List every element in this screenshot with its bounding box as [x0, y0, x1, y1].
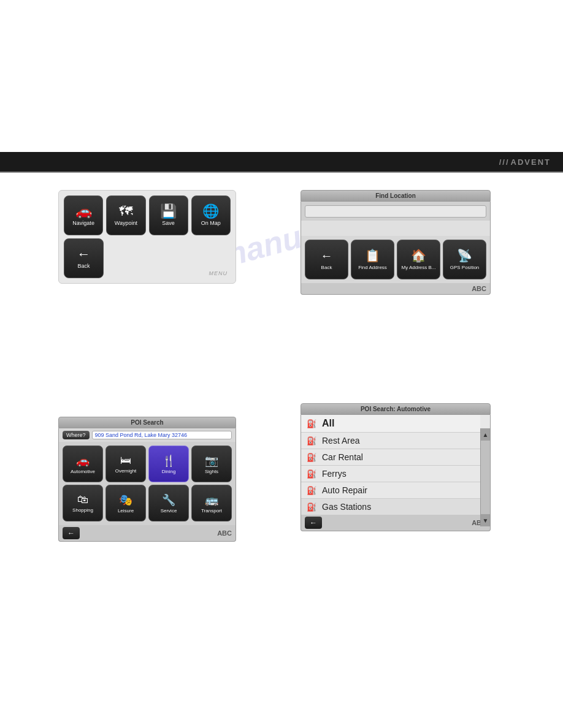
find-back-button[interactable]: ← Back: [305, 240, 348, 279]
poi-abc-label: ABC: [217, 529, 232, 537]
dining-icon: 🍴: [162, 454, 175, 468]
automotive-item-auto-repair[interactable]: ⛽ Auto Repair: [301, 482, 480, 499]
automotive-scrollbar: ▲ ▼: [480, 428, 490, 526]
on-map-button[interactable]: 🌐 On Map: [191, 195, 231, 235]
poi-bottom-row: ← ABC: [58, 525, 236, 542]
automotive-list: ⛽ All ⛽ Rest Area ⛽ Car Rental ⛽ Ferrys …: [301, 415, 491, 515]
shopping-icon: 🛍: [77, 493, 88, 506]
automotive-bottom-row: ← ABC: [301, 515, 491, 531]
automotive-item-rest-area[interactable]: ⛽ Rest Area: [301, 433, 480, 449]
all-icon: ⛽: [306, 419, 317, 428]
automotive-list-container: ⛽ All ⛽ Rest Area ⛽ Car Rental ⛽ Ferrys …: [301, 415, 491, 515]
my-address-icon: 🏠: [411, 248, 426, 263]
menu-label-container: MENU: [107, 238, 231, 278]
find-address-icon: 📋: [365, 248, 380, 263]
brand-slashes: ///: [499, 157, 510, 167]
service-icon: 🔧: [162, 493, 175, 507]
automotive-item-car-rental[interactable]: ⛽ Car Rental: [301, 449, 480, 466]
on-map-icon: 🌐: [202, 205, 219, 218]
poi-search-panel: POI Search Where? 909 Sand Pond Rd, Lake…: [58, 417, 236, 542]
save-icon: 💾: [160, 205, 177, 218]
find-abc-row: ABC: [301, 283, 491, 295]
automotive-item-gas-stations[interactable]: ⛽ Gas Stations: [301, 499, 480, 515]
poi-sights-button[interactable]: 📷 Sights: [191, 446, 232, 482]
nav-panel: 🚗 Navigate 🗺 Waypoint 💾 Save 🌐 On Map ← …: [58, 190, 236, 284]
back-icon: ←: [77, 248, 91, 261]
poi-dining-button[interactable]: 🍴 Dining: [148, 446, 189, 482]
automotive-panel: POI Search: Automotive ⛽ All ⛽ Rest Area…: [301, 403, 491, 531]
auto-repair-icon: ⛽: [306, 486, 317, 495]
poi-title: POI Search: [58, 417, 236, 428]
navigate-button[interactable]: 🚗 Navigate: [64, 195, 103, 235]
menu-label: MENU: [209, 270, 228, 276]
car-rental-icon: ⛽: [306, 453, 317, 462]
find-address-button[interactable]: 📋 Find Address: [351, 240, 394, 279]
poi-where-value: 909 Sand Pond Rd, Lake Mary 32746: [92, 431, 232, 439]
find-panel: Find Location ← Back 📋 Find Address 🏠 My…: [301, 190, 491, 295]
find-title: Find Location: [301, 190, 491, 202]
gps-icon: 📡: [457, 248, 472, 263]
poi-shopping-button[interactable]: 🛍 Shopping: [63, 485, 103, 521]
leisure-icon: 🎭: [119, 493, 132, 507]
poi-service-button[interactable]: 🔧 Service: [148, 485, 189, 521]
automotive-back-button[interactable]: ←: [305, 517, 322, 529]
scroll-up-button[interactable]: ▲: [481, 428, 490, 441]
poi-automotive-button[interactable]: 🚗 Automotive: [63, 446, 103, 482]
find-abc-label: ABC: [472, 285, 486, 292]
rest-area-icon: ⛽: [306, 436, 317, 446]
automotive-icon: 🚗: [76, 454, 90, 468]
header-bar: ///ADVENT: [0, 152, 563, 172]
back-button[interactable]: ← Back: [64, 238, 104, 278]
poi-overnight-button[interactable]: 🛏 Overnight: [105, 446, 146, 482]
scroll-down-button[interactable]: ▼: [481, 514, 490, 526]
overnight-icon: 🛏: [120, 454, 131, 467]
waypoint-icon: 🗺: [119, 205, 132, 218]
poi-transport-button[interactable]: 🚌 Transport: [191, 485, 232, 521]
find-results-area: [301, 221, 491, 236]
find-input[interactable]: [305, 205, 486, 218]
nav-top-row: 🚗 Navigate 🗺 Waypoint 💾 Save 🌐 On Map: [64, 195, 231, 235]
automotive-item-all[interactable]: ⛽ All: [301, 415, 480, 433]
waypoint-button[interactable]: 🗺 Waypoint: [106, 195, 145, 235]
my-address-b-button[interactable]: 🏠 My Address B...: [397, 240, 440, 279]
ferrys-icon: ⛽: [306, 469, 317, 479]
poi-category-grid: 🚗 Automotive 🛏 Overnight 🍴 Dining 📷 Sigh…: [58, 442, 236, 525]
poi-where-row: Where? 909 Sand Pond Rd, Lake Mary 32746: [58, 428, 236, 442]
save-button[interactable]: 💾 Save: [149, 195, 188, 235]
poi-leisure-button[interactable]: 🎭 Leisure: [105, 485, 146, 521]
automotive-title: POI Search: Automotive: [301, 403, 491, 415]
sights-icon: 📷: [205, 454, 218, 468]
header-divider: [0, 172, 563, 173]
find-buttons-row: ← Back 📋 Find Address 🏠 My Address B... …: [301, 236, 491, 283]
find-back-icon: ←: [321, 249, 333, 263]
transport-icon: 🚌: [205, 493, 218, 507]
brand-logo: ///ADVENT: [499, 156, 552, 167]
poi-where-label: Where?: [63, 431, 90, 439]
gas-stations-icon: ⛽: [306, 502, 317, 512]
gps-position-button[interactable]: 📡 GPS Position: [443, 240, 486, 279]
navigate-icon: 🚗: [75, 205, 92, 218]
nav-back-row: ← Back MENU: [64, 238, 231, 278]
poi-bottom-back-button[interactable]: ←: [63, 527, 80, 539]
automotive-item-ferrys[interactable]: ⛽ Ferrys: [301, 466, 480, 482]
find-input-row: [301, 202, 491, 221]
